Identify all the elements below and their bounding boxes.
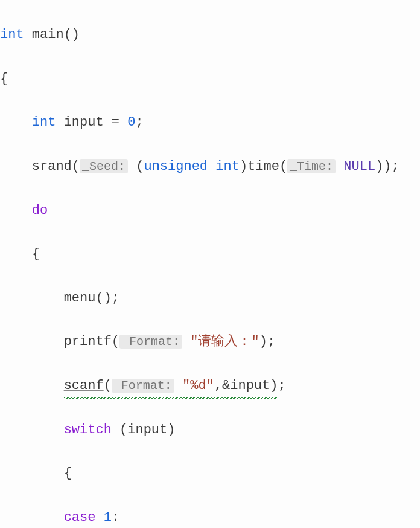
kw-switch: switch (64, 422, 112, 437)
num-zero: 0 (127, 115, 135, 130)
line-case1: case 1: (0, 507, 420, 528)
type-int2: int (32, 115, 56, 130)
switch-var: input (127, 422, 167, 437)
line-do: do (0, 200, 420, 222)
str-fmtd: "%d" (182, 378, 214, 393)
hint-format1: _Format: (119, 335, 182, 349)
line-menu: menu(); (0, 288, 420, 309)
const-null: NULL (343, 159, 375, 174)
fn-main: main (32, 27, 64, 42)
hint-seed: _Seed: (80, 159, 128, 173)
code-block: int main() { int input = 0; srand(_Seed:… (0, 0, 420, 528)
kw-unsigned: unsigned (144, 159, 208, 174)
var-input: input (64, 115, 104, 130)
num-one: 1 (104, 510, 112, 525)
fn-menu: menu (64, 291, 96, 306)
line-open-brace: { (0, 68, 420, 90)
str-prompt: "请输入：" (190, 334, 259, 349)
line-input-decl: int input = 0; (0, 112, 420, 134)
fn-time: time (247, 159, 279, 174)
line-printf-prompt: printf(_Format: "请输入："); (0, 331, 420, 353)
line-do-open: { (0, 243, 420, 265)
kw-int-cast: int (215, 159, 240, 174)
line-func-decl: int main() (0, 24, 420, 46)
line-switch: switch (input) (0, 419, 420, 441)
hint-format2: _Format: (112, 379, 174, 393)
line-scanf: scanf(_Format: "%d",&input); (0, 375, 420, 397)
hint-time: _Time: (287, 159, 336, 173)
fn-scanf: scanf (64, 378, 104, 393)
amp-input: &input (222, 378, 270, 393)
fn-srand: srand (32, 159, 72, 174)
line-srand: srand(_Seed: (unsigned int)time(_Time: N… (0, 156, 420, 178)
line-switch-open: { (0, 463, 420, 485)
type-int: int (0, 27, 24, 42)
fn-printf1: printf (64, 334, 112, 349)
kw-case1: case (64, 510, 96, 525)
kw-do: do (32, 203, 48, 218)
